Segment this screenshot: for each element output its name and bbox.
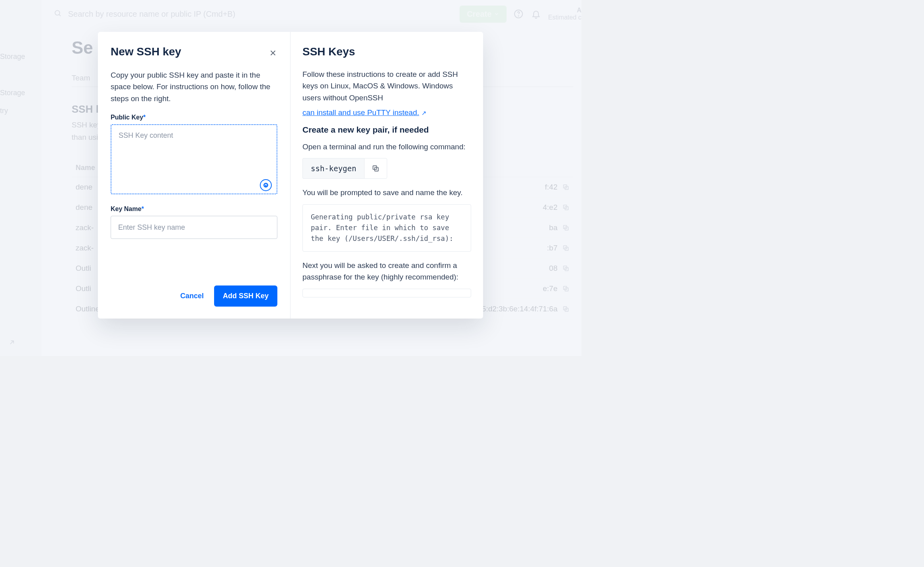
putty-link[interactable]: can install and use PuTTY instead. <box>302 108 419 117</box>
modal-intro: Copy your public SSH key and paste it in… <box>111 69 277 104</box>
modal-left-panel: New SSH key Copy your public SSH key and… <box>98 32 290 319</box>
public-key-label: Public Key* <box>111 114 277 121</box>
right-p-prompt-save: You will be prompted to save and name th… <box>302 187 471 198</box>
key-name-input[interactable] <box>111 216 277 239</box>
key-name-label: Key Name* <box>111 205 277 213</box>
passphrase-output-block <box>302 289 471 297</box>
modal-title: New SSH key <box>111 45 181 58</box>
keygen-output-block: Generating public/private rsa key pair. … <box>302 204 471 252</box>
right-h2-create-keypair: Create a new key pair, if needed <box>302 125 471 135</box>
ssh-keygen-command: ssh-keygen <box>302 158 364 179</box>
right-p-open-terminal: Open a terminal and run the following co… <box>302 141 471 153</box>
close-icon[interactable] <box>269 47 277 56</box>
public-key-textarea[interactable] <box>111 124 277 194</box>
modal-right-panel: SSH Keys Follow these instructions to cr… <box>290 32 483 319</box>
cancel-button[interactable]: Cancel <box>180 292 204 300</box>
new-ssh-key-modal: New SSH key Copy your public SSH key and… <box>98 32 483 319</box>
copy-command-button[interactable] <box>364 158 387 179</box>
external-link-icon: ↗ <box>420 109 427 116</box>
add-ssh-key-button[interactable]: Add SSH Key <box>214 285 277 307</box>
right-intro: Follow these instructions to create or a… <box>302 68 471 104</box>
right-p-passphrase: Next you will be asked to create and con… <box>302 260 471 283</box>
right-title: SSH Keys <box>302 45 471 58</box>
